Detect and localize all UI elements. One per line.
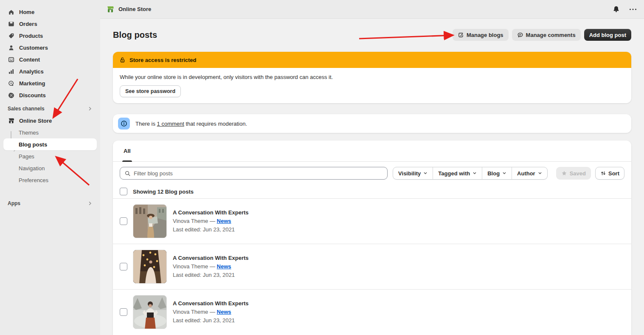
sidebar-item-customers[interactable]: Customers — [3, 42, 97, 53]
filter-group: Visibility Tagged with Blog Author — [393, 167, 548, 180]
sort-arrows-icon — [600, 170, 606, 176]
blog-post-row[interactable]: A Conversation With Experts Vinova Theme… — [113, 198, 631, 244]
sidebar-item-products[interactable]: Products — [3, 30, 97, 42]
visibility-filter-dropdown[interactable]: Visibility — [393, 167, 433, 179]
topbar-title: Online Store — [118, 6, 151, 12]
blog-posts-card: All Visibility Tagged with Blog — [113, 141, 631, 335]
sidebar-item-content[interactable]: Content — [3, 53, 97, 65]
lock-open-icon — [119, 57, 126, 63]
news-blog-link[interactable]: News — [217, 218, 231, 224]
tab-all-label: All — [124, 148, 131, 154]
comment-bubble-icon — [517, 32, 523, 38]
sidebar-item-label: Themes — [19, 129, 39, 136]
blog-post-thumbnail-street — [133, 204, 167, 238]
sort-button[interactable]: Sort — [595, 167, 624, 180]
row-checkbox[interactable] — [120, 217, 127, 225]
filter-blog-posts-input[interactable] — [134, 170, 383, 177]
post-edited: Last edited: Jun 23, 2021 — [173, 316, 249, 325]
add-blog-post-button[interactable]: Add blog post — [584, 29, 631, 41]
sidebar: Home Orders Products Customers Content A… — [0, 0, 100, 335]
news-blog-link[interactable]: News — [217, 309, 231, 315]
search-icon — [124, 170, 131, 177]
sidebar-section-apps[interactable]: Apps — [3, 197, 97, 209]
tagged-with-filter-dropdown[interactable]: Tagged with — [433, 167, 482, 179]
edit-pencil-icon — [458, 32, 464, 38]
post-subtitle: Vinova Theme — News — [173, 308, 249, 316]
sidebar-item-label: Navigation — [19, 165, 45, 172]
chevron-down-icon — [538, 171, 542, 175]
blog-post-row[interactable]: A Conversation With Experts Vinova Theme… — [113, 244, 631, 289]
sidebar-item-navigation[interactable]: Navigation — [3, 162, 97, 174]
section-label: Apps — [8, 200, 20, 206]
sort-label: Sort — [608, 170, 619, 177]
notifications-bell-icon[interactable] — [611, 4, 621, 14]
post-edited: Last edited: Jun 23, 2021 — [173, 225, 249, 234]
manage-blogs-button[interactable]: Manage blogs — [453, 29, 509, 41]
tab-all[interactable]: All — [118, 141, 136, 161]
sidebar-item-label: Marketing — [19, 80, 45, 87]
more-options-icon[interactable] — [628, 4, 638, 14]
info-icon — [118, 118, 130, 129]
see-store-password-label: See store password — [125, 88, 175, 94]
row-checkbox[interactable] — [120, 263, 127, 270]
sidebar-section-sales-channels[interactable]: Sales channels — [3, 103, 97, 115]
count-label: Showing 12 Blog posts — [133, 189, 194, 195]
blog-post-row[interactable]: A Conversation With Experts Vinova Theme… — [113, 289, 631, 335]
section-label: Sales channels — [8, 106, 45, 112]
filter-search-box[interactable] — [120, 167, 388, 180]
blog-filter-dropdown[interactable]: Blog — [482, 167, 512, 179]
sidebar-item-online-store[interactable]: Online Store — [3, 115, 97, 127]
blog-post-thumbnail-lights — [133, 250, 167, 284]
store-access-banner: Store access is restricted While your on… — [113, 52, 631, 103]
star-icon — [561, 170, 567, 176]
storefront-icon — [8, 117, 15, 124]
author-filter-dropdown[interactable]: Author — [512, 167, 547, 179]
add-blog-post-label: Add blog post — [589, 32, 626, 38]
post-title: A Conversation With Experts — [173, 254, 249, 262]
sidebar-item-preferences[interactable]: Preferences — [3, 174, 97, 186]
chevron-right-icon — [87, 106, 93, 111]
sidebar-item-label: Orders — [19, 21, 37, 27]
moderation-text: There is 1 comment that requires moderat… — [135, 121, 247, 127]
select-all-checkbox[interactable] — [120, 188, 127, 195]
marketing-icon — [8, 80, 15, 87]
sidebar-item-discounts[interactable]: Discounts — [3, 89, 97, 101]
post-edited: Last edited: Jun 23, 2021 — [173, 271, 249, 279]
sidebar-item-blog-posts[interactable]: Blog posts — [3, 138, 97, 150]
sidebar-item-label: Preferences — [19, 177, 48, 183]
see-store-password-button[interactable]: See store password — [120, 85, 181, 97]
manage-comments-label: Manage comments — [526, 32, 576, 38]
sidebar-item-label: Blog posts — [19, 141, 47, 148]
sidebar-item-label: Products — [19, 33, 43, 39]
author-filter-label: Author — [517, 170, 535, 177]
news-blog-link[interactable]: News — [217, 263, 231, 270]
sidebar-item-home[interactable]: Home — [3, 6, 97, 18]
sidebar-item-label: Home — [19, 9, 34, 15]
sidebar-item-themes[interactable]: Themes — [3, 127, 97, 138]
banner-body-text: While your online store is in developmen… — [120, 74, 624, 80]
sidebar-item-label: Discounts — [19, 92, 46, 99]
manage-comments-button[interactable]: Manage comments — [512, 29, 581, 41]
sidebar-item-pages[interactable]: Pages — [3, 150, 97, 162]
saved-label: Saved — [570, 170, 586, 177]
post-title: A Conversation With Experts — [173, 299, 249, 308]
chevron-down-icon — [423, 171, 427, 175]
list-header-row: Showing 12 Blog posts — [113, 185, 631, 198]
sidebar-item-marketing[interactable]: Marketing — [3, 77, 97, 89]
sidebar-item-orders[interactable]: Orders — [3, 18, 97, 30]
customers-icon — [8, 44, 15, 51]
comment-moderation-link[interactable]: 1 comment — [157, 121, 184, 127]
chevron-right-icon — [87, 201, 93, 206]
tagged-with-filter-label: Tagged with — [438, 170, 470, 177]
saved-button[interactable]: Saved — [556, 167, 591, 180]
post-subtitle: Vinova Theme — News — [173, 217, 249, 225]
sidebar-item-analytics[interactable]: Analytics — [3, 65, 97, 77]
banner-title: Store access is restricted — [129, 57, 197, 63]
discounts-icon — [8, 92, 15, 99]
content-icon — [8, 56, 15, 63]
blog-post-thumbnail-mist — [133, 295, 167, 329]
sidebar-item-label: Customers — [19, 45, 48, 51]
post-title: A Conversation With Experts — [173, 208, 249, 217]
products-icon — [8, 32, 15, 39]
row-checkbox[interactable] — [120, 308, 127, 316]
